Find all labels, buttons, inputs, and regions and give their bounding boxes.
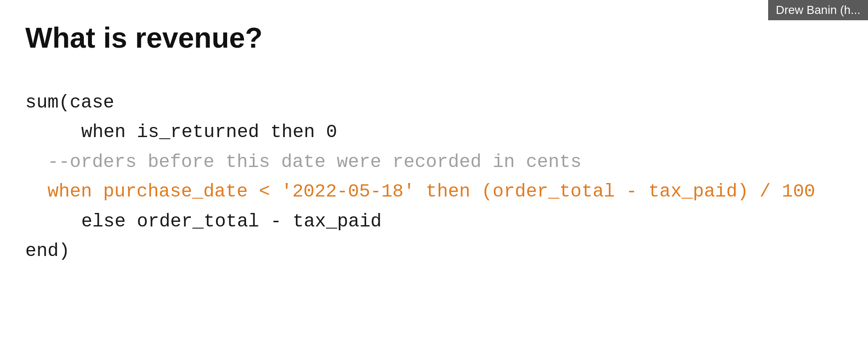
code-line-3-comment: --orders before this date were recorded …: [25, 147, 843, 177]
code-line-2: when is_returned then 0: [25, 117, 843, 147]
code-line-1: sum(case: [25, 88, 843, 117]
code-line-6: end): [25, 236, 843, 266]
user-badge: Drew Banin (h...: [768, 0, 868, 20]
code-line-5: else order_total - tax_paid: [25, 207, 843, 236]
code-block: sum(case when is_returned then 0 --order…: [25, 88, 843, 266]
code-line-4-highlight: when purchase_date < '2022-05-18' then (…: [25, 177, 843, 206]
page-title: What is revenue?: [25, 21, 843, 54]
main-content: What is revenue? sum(case when is_return…: [0, 0, 868, 287]
